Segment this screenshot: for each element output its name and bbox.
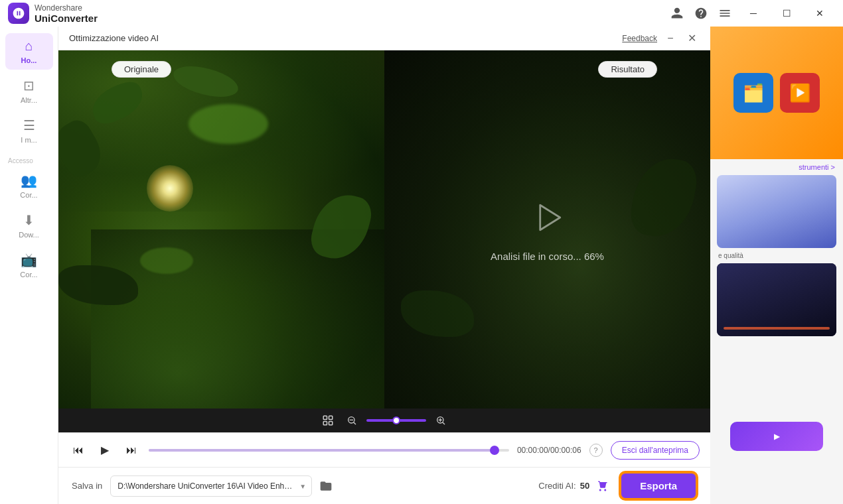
- export-button[interactable]: Esporta: [620, 472, 697, 499]
- sidebar-label-dow: Dow...: [8, 231, 50, 239]
- modal-minimize-button[interactable]: −: [662, 31, 678, 46]
- svg-rect-0: [323, 416, 327, 419]
- browse-folder-button[interactable]: [316, 476, 336, 496]
- app-name-block: Wondershare UniConverter: [35, 3, 98, 24]
- original-label: Originale: [112, 61, 171, 78]
- time-display: 00:00:00/00:00:06: [517, 446, 581, 455]
- loading-text: Analisi file in corso... 66%: [491, 251, 604, 262]
- sidebar-label-altr: Altr...: [8, 96, 50, 104]
- app-logo: [8, 3, 29, 24]
- title-bar: Wondershare UniConverter ─ ☐ ✕: [0, 0, 843, 27]
- right-promo-panel: 🗂️ ▶️ strumenti > e qualità ▶: [710, 27, 843, 504]
- sidebar-section-label: Accesso: [0, 157, 38, 164]
- result-label: Risultato: [598, 61, 657, 78]
- video-result-side: Analisi file in corso... 66%: [384, 50, 710, 409]
- altr-icon: ⊡: [23, 78, 35, 94]
- cor1-icon: 👥: [21, 172, 37, 188]
- cart-button[interactable]: [593, 477, 612, 495]
- zoom-slider-thumb: [392, 416, 400, 424]
- feedback-link[interactable]: Feedback: [622, 34, 657, 43]
- tools-link[interactable]: strumenti >: [799, 163, 835, 171]
- time-current: 00:00:00: [517, 446, 548, 455]
- play-icon-svg: [528, 198, 568, 237]
- video-labels: Originale Risultato: [58, 61, 710, 78]
- promo-cta-button[interactable]: ▶: [730, 422, 823, 451]
- window-controls: ─ ☐ ✕: [666, 3, 835, 24]
- sidebar-label-cor2: Cor...: [8, 271, 50, 279]
- svg-line-10: [443, 422, 445, 424]
- credits-value: 50: [580, 481, 589, 491]
- modal-header-controls: Feedback − ✕: [622, 31, 700, 46]
- zoom-controls: [58, 409, 710, 432]
- sidebar-item-home[interactable]: ⌂ Ho...: [5, 33, 53, 70]
- exit-preview-button[interactable]: Esci dall'anteprima: [611, 441, 700, 460]
- zoom-fit-button[interactable]: [319, 411, 337, 430]
- sidebar-label-home: Ho...: [8, 56, 50, 64]
- profile-button[interactable]: [666, 3, 688, 24]
- video-original-side: [58, 50, 384, 409]
- home-icon: ⌂: [25, 38, 33, 54]
- sidebar: ⌂ Ho... ⊡ Altr... ☰ I m... Accesso 👥 Cor…: [0, 27, 58, 504]
- bottom-bar: Salva in D:\Wondershare UniConverter 16\…: [58, 467, 710, 504]
- sidebar-item-altr[interactable]: ⊡ Altr...: [5, 72, 53, 109]
- modal-title: Ottimizzazione video AI: [69, 33, 159, 43]
- progress-fill: [149, 449, 495, 452]
- svg-rect-3: [329, 422, 333, 425]
- sidebar-item-dow[interactable]: ⬇ Dow...: [5, 207, 53, 244]
- sidebar-label-cor1: Cor...: [8, 191, 50, 199]
- menu-button[interactable]: [714, 3, 735, 24]
- app-product: UniConverter: [35, 13, 98, 24]
- skip-forward-button[interactable]: ⏭: [122, 441, 141, 460]
- chevron-down-icon: ▼: [299, 482, 306, 489]
- save-path-select[interactable]: D:\Wondershare UniConverter 16\AI Video …: [110, 475, 312, 497]
- play-button[interactable]: ▶: [96, 441, 114, 460]
- time-total: 00:00:06: [550, 446, 581, 455]
- promo-icon-blue: 🗂️: [733, 73, 773, 113]
- loading-play-icon: [528, 198, 568, 240]
- im-icon: ☰: [23, 117, 35, 133]
- maximize-window-button[interactable]: ☐: [771, 3, 802, 24]
- logo-icon: [12, 7, 25, 20]
- promo-thumb-1: [717, 175, 836, 248]
- promo-icon-red: ▶️: [780, 73, 820, 113]
- save-path-text: D:\Wondershare UniConverter 16\AI Video …: [117, 481, 293, 491]
- modal-close-button[interactable]: ✕: [684, 31, 700, 46]
- quality-label: e qualità: [710, 251, 843, 261]
- minimize-window-button[interactable]: ─: [738, 3, 769, 24]
- zoom-in-button[interactable]: [431, 411, 450, 430]
- save-label: Salva in: [72, 481, 102, 491]
- sidebar-item-im[interactable]: ☰ I m...: [5, 112, 53, 149]
- credits-info: Crediti AI: 50: [538, 477, 612, 495]
- app-brand: Wondershare: [35, 3, 98, 13]
- zoom-slider[interactable]: [366, 419, 426, 422]
- skip-back-button[interactable]: ⏮: [69, 441, 88, 460]
- svg-line-6: [354, 422, 356, 424]
- video-comparison-area: Originale Risultato: [58, 50, 710, 409]
- dow-icon: ⬇: [23, 212, 35, 228]
- app-branding: Wondershare UniConverter: [8, 3, 98, 24]
- sidebar-label-im: I m...: [8, 136, 50, 144]
- zoom-out-button[interactable]: [343, 411, 361, 430]
- sidebar-item-cor1[interactable]: 👥 Cor...: [5, 167, 53, 204]
- svg-rect-1: [329, 416, 333, 419]
- cor2-icon: 📺: [21, 252, 37, 268]
- sidebar-item-cor2[interactable]: 📺 Cor...: [5, 247, 53, 284]
- save-path-wrapper: D:\Wondershare UniConverter 16\AI Video …: [110, 475, 336, 497]
- progress-thumb: [490, 446, 499, 455]
- video-progress-bar[interactable]: [149, 449, 509, 452]
- ai-video-modal: Ottimizzazione video AI Feedback − ✕ Ori…: [58, 27, 710, 504]
- credits-label: Crediti AI:: [538, 481, 575, 491]
- video-split-view: Analisi file in corso... 66%: [58, 50, 710, 409]
- svg-rect-2: [323, 422, 327, 425]
- modal-header: Ottimizzazione video AI Feedback − ✕: [58, 27, 710, 50]
- close-window-button[interactable]: ✕: [805, 3, 835, 24]
- help-button[interactable]: ?: [589, 444, 603, 457]
- main-content: 🗂️ ▶️ strumenti > e qualità ▶ Ottimizzaz…: [58, 27, 843, 504]
- playback-controls: ⏮ ▶ ⏭ 00:00:00/00:00:06 ? Esci dall'ante…: [58, 432, 710, 467]
- promo-thumb-2: [717, 263, 836, 336]
- support-button[interactable]: [690, 3, 712, 24]
